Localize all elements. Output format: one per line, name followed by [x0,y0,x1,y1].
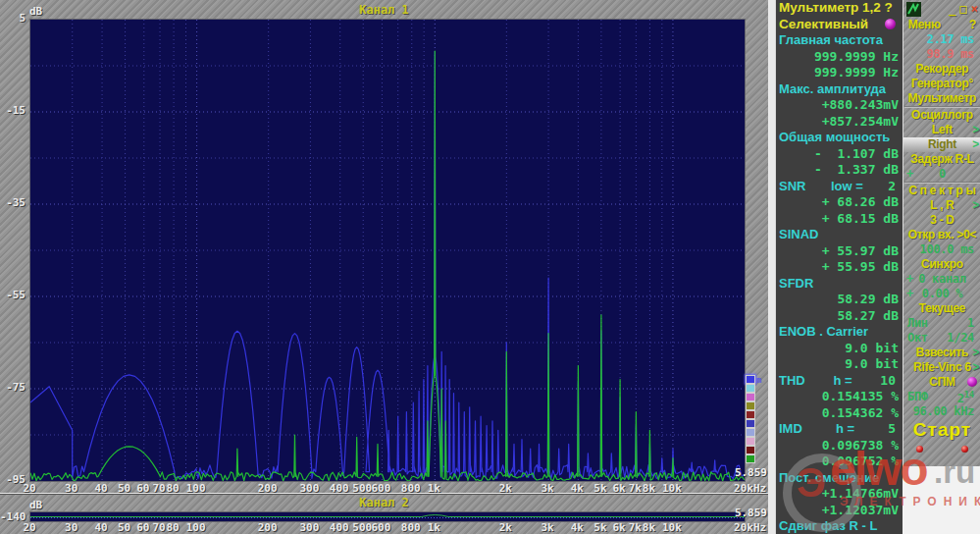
measure-label-thd: THDh =10 [776,373,903,390]
measure-value-thd-1: 0.154135 % [776,389,903,405]
weighting-button[interactable]: Взвесить> [903,346,980,360]
current-mode-button-label: Текущее [919,301,965,315]
help-icon[interactable]: ? [969,18,976,32]
legend-swatch[interactable] [746,419,755,428]
close-button[interactable]: × [971,2,978,16]
channel2-ytick: -140 [0,510,26,523]
channel1-resolution-value: 5.859 [735,466,767,479]
gate-threshold-button[interactable]: Откр вх. >0< [903,228,980,242]
app-window: Канал 1 dB 5-15-35-55-75-95 203040506070… [0,0,980,534]
x-tick-label: 1k [428,521,440,534]
measure-value-main-frequency-1: 999.9999 Hz [776,49,903,66]
selective-mode-led[interactable] [885,19,896,29]
octave-value-val: 1/24 [947,331,974,346]
desktop-corner [903,466,980,534]
delay-value-text: 0 [939,167,946,181]
x-tick-label: 80 [166,521,179,534]
legend-swatch[interactable] [746,410,755,419]
plus-icon: + [906,272,913,286]
y-tick-label: -35 [0,196,26,209]
delay-rl-button-label: Задерж R-L [910,152,974,166]
measure-snr-p1: SNR [779,179,805,195]
x-tick-label: 2k [499,521,512,534]
y-tick-label: -75 [0,381,26,394]
control-sidebar: _ □ × Меню?2.17 ms98.9 msРекордерГенерат… [903,0,980,468]
x-tick-label: 3k [541,521,553,534]
left-channel-button[interactable]: Left> [903,123,980,137]
oscilloscope-button[interactable]: Осциллогр [903,108,980,123]
delay-value: +0 [903,167,980,182]
generator-button[interactable]: Генератор° [903,77,980,91]
measure-label-main-frequency: Главная частота [776,32,903,49]
octave-value-key: Окт [907,331,928,346]
window-function-button[interactable]: Rife-Vinc 6> [903,360,980,375]
measure-thd-p2: h = [833,373,851,390]
selective-mode-button[interactable]: Селективный [776,17,903,33]
trace-right-green [30,51,745,481]
trace-channel2-trace [30,515,745,517]
weighting-button-label: Взвесить [916,346,968,359]
spectra-3d-button[interactable]: 3 - D [903,213,980,228]
fft-size-value-val: 214 [957,390,974,404]
y-tick-label: -15 [0,104,26,117]
measure-label-sfdr: SFDR [776,276,903,293]
measure-label-dc-offset: Пост. смещение [776,470,903,487]
measure-value-sinad-2: + 55.95 dB [776,259,903,276]
trace-color-legend [746,375,757,463]
plus-icon: + [906,287,913,300]
measure-thd-p1: THD [779,373,805,390]
x-tick-label: 300 [299,521,319,534]
linear-scale-value-val: 1 [967,316,974,331]
multimeter-title: Мультиметр 1,2 ? [776,0,903,17]
sync-button[interactable]: Синхро [903,257,980,272]
channel2-title: Канал 2 [0,496,768,509]
time-value-1: 2.17 ms [903,32,980,47]
chevron-right-icon: > [972,198,979,212]
legend-swatch[interactable] [746,375,755,384]
channel1-db-label: dB [29,5,42,18]
channel1-window: Канал 1 dB 5-15-35-55-75-95 203040506070… [0,0,768,494]
minimize-button[interactable]: _ [949,2,955,16]
legend-swatch[interactable] [746,437,755,446]
psd-button-led[interactable] [967,377,977,387]
x-tick-label: 800 [401,521,421,534]
legend-swatch[interactable] [746,454,755,463]
measure-value-dc-offset-2: +1.12037mV [776,503,903,519]
window-edge-strip [768,0,775,534]
legend-swatch[interactable] [746,393,755,401]
channel1-title: Канал 1 [0,3,768,17]
y-tick-label: -95 [0,473,26,486]
multimeter-button[interactable]: Мультиметр [903,91,980,106]
legend-swatch[interactable] [746,401,755,410]
marker-label: m [756,375,761,385]
measure-value-sinad-1: + 55.97 dB [776,243,903,260]
measure-value-thd-2: 0.154362 % [776,405,903,422]
sidebar-titlebar: _ □ × [903,0,980,18]
measure-label-enob: ENOB . Carrier [776,324,903,341]
legend-swatch[interactable] [746,428,755,437]
generator-button-label: Генератор° [911,77,973,90]
sidebar-items: Меню?2.17 ms98.9 msРекордерГенератор°Мул… [903,18,980,466]
legend-swatch[interactable] [746,384,755,393]
menu-button[interactable]: Меню? [903,18,980,32]
measure-value-total-power-1: - 1.107 dB [776,146,903,163]
measure-thd-p3: 10 [880,373,896,390]
channel2-window: Канал 2 dB -140 203040506070801002003004… [0,494,768,534]
legend-swatch[interactable] [746,446,755,454]
spectra-lr-button[interactable]: L , R> [903,198,980,213]
spectra-3d-button-label: 3 - D [930,213,954,227]
current-mode-button[interactable]: Текущее [903,301,980,316]
start-button[interactable]: Старт [903,419,980,443]
measure-value-imd-1: 0.096738 % [776,438,903,454]
oscilloscope-button-label: Осциллогр [911,108,973,122]
right-channel-button[interactable]: Right> [903,137,980,152]
channel1-plot-area[interactable] [29,19,746,482]
psd-button[interactable]: СПМ [903,375,980,390]
delay-rl-button[interactable]: Задерж R-L [903,152,980,167]
x-tick-label: 50 [118,521,130,534]
linear-scale-value: Лин1 [903,316,980,331]
x-tick-label: 600 [372,521,391,534]
maximize-button[interactable]: □ [960,2,967,16]
recorder-button[interactable]: Рекордер [903,62,980,77]
channel2-svg [30,512,745,521]
